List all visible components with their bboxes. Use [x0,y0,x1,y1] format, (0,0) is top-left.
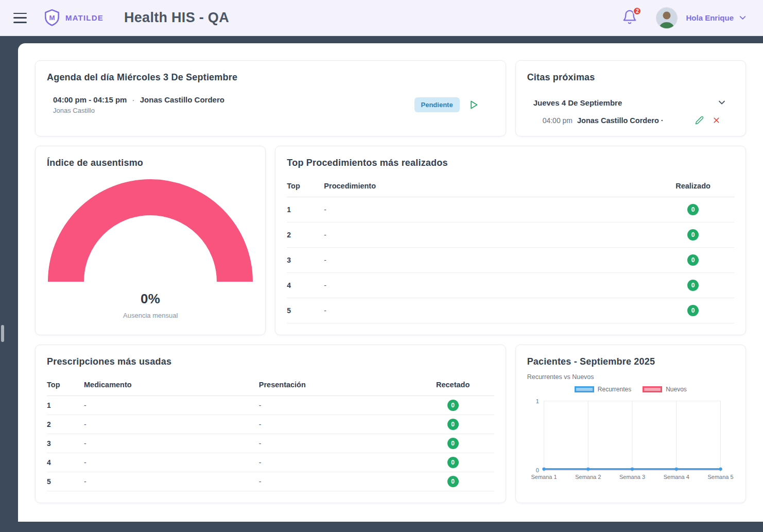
table-row: 4 - - 0 [47,453,494,472]
table-row: 5 - - 0 [47,472,494,491]
row-name: - [318,231,652,239]
page-title: Health HIS - QA [124,10,229,26]
brand-name: MATILDE [65,13,103,22]
row-name: - [318,306,652,315]
appointment-info: 04:00 pm - 04:15 pm · Jonas Castillo Cor… [53,95,224,114]
pacientes-chart: 1 0 Semana 1 Semana 2 Semana 3 Semana 4 … [527,396,734,481]
agenda-card: Agenda del día Miércoles 3 De Septiembre… [35,60,506,136]
start-appointment-icon[interactable] [468,99,479,110]
notifications-button[interactable]: 2 [622,9,639,27]
gauge-arc [66,197,235,282]
row-rank: 3 [287,256,318,264]
status-badge: Pendiente [414,97,460,112]
table-row: 2 - - 0 [47,415,494,434]
row-pres: - [253,420,412,428]
page-background: Agenda del día Miércoles 3 De Septiembre… [0,36,763,532]
legend-label-recurrentes: Recurrentes [598,386,631,393]
col-realizado: Realizado [652,182,734,190]
row-pres: - [253,439,412,448]
count-badge: 0 [687,254,699,266]
count-badge: 0 [687,305,699,316]
legend-swatch-nuevos [643,386,662,392]
user-greeting: Hola Enrique [686,13,734,22]
table-row: 1 - - 0 [47,396,494,415]
row-med: - [78,439,253,448]
row-name: - [318,205,652,214]
procedimientos-card: Top Procedimientos más realizados Top Pr… [275,146,746,335]
count-badge: 0 [687,280,699,291]
legend-item-nuevos[interactable]: Nuevos [643,386,687,393]
legend-item-recurrentes[interactable]: Recurrentes [575,386,631,393]
citas-day-label: Jueves 4 De Septiembre [533,98,622,107]
agenda-appointment-row[interactable]: 04:00 pm - 04:15 pm · Jonas Castillo Cor… [47,92,494,117]
legend-label-nuevos: Nuevos [666,386,687,393]
count-badge: 0 [687,204,699,215]
appointment-time: 04:00 pm - 04:15 pm [53,95,127,104]
row-rank: 4 [287,281,318,289]
user-menu[interactable]: Hola Enrique [686,13,748,23]
col-top: Top [287,182,318,190]
brand-logo[interactable]: M MATILDE [42,8,103,28]
row-rank: 1 [47,401,78,409]
avatar[interactable] [656,7,678,29]
count-badge: 0 [447,400,459,411]
absence-percentage: 0% [47,291,254,307]
table-row: 2 - 0 [287,222,734,248]
prescripciones-title: Prescripciones más usadas [47,356,494,367]
avatar-photo [656,8,677,28]
chart-gridlines [544,401,720,472]
table-header: Top Procedimiento Realizado [287,178,734,197]
table-header: Top Medicamento Presentación Recetado [47,376,494,396]
appointment-patient: Jonas Castillo Cordero [140,95,224,104]
table-row: 5 - 0 [287,298,734,323]
menu-button[interactable] [13,13,27,23]
user-menu-chevron-icon[interactable] [738,13,748,23]
col-presentacion: Presentación [253,381,412,389]
row-pres: - [253,401,412,409]
count-badge: 0 [687,229,699,241]
y-tick-bottom: 0 [536,467,539,473]
row-rank: 1 [287,205,318,214]
x-tick: Semana 1 [531,474,557,480]
cita-actions [695,116,734,125]
row-rank: 5 [47,477,78,486]
x-tick: Semana 3 [619,474,645,480]
table-row: 1 - 0 [287,197,734,222]
cancel-appointment-icon[interactable] [712,116,721,125]
table-row: 3 - - 0 [47,434,494,453]
dashboard-panel: Agenda del día Miércoles 3 De Septiembre… [18,43,763,522]
chart-legend: Recurrentes Nuevos [527,386,734,393]
row-med: - [78,401,253,409]
procedimientos-title: Top Procedimientos más realizados [287,158,734,168]
y-tick-top: 1 [536,398,539,404]
topbar-right: 2 Hola Enrique [622,7,748,29]
row-name: - [318,256,652,264]
count-badge: 0 [447,457,459,468]
row-med: - [78,477,253,486]
col-recetado: Recetado [412,381,494,389]
col-top: Top [47,381,78,389]
row-med: - [78,420,253,428]
citas-appointment-row[interactable]: 04:00 pm Jonas Castillo Cordero · [527,116,734,125]
svg-text:M: M [49,14,55,22]
absence-gauge [47,178,253,286]
citas-day-group[interactable]: Jueves 4 De Septiembre [527,92,734,116]
absence-caption: Ausencia mensual [47,312,254,319]
app-root: M MATILDE Health HIS - QA 2 Ho [0,0,763,532]
top-bar: M MATILDE Health HIS - QA 2 Ho [0,0,763,36]
cita-patient: Jonas Castillo Cordero · [577,116,664,125]
row-med: - [78,458,253,467]
dashboard-grid: Agenda del día Miércoles 3 De Septiembre… [35,60,746,503]
table-row: 3 - 0 [287,248,734,273]
count-badge: 0 [447,438,459,449]
collapse-chevron-icon[interactable] [717,97,727,108]
row-pres: - [253,458,412,467]
prescripciones-card: Prescripciones más usadas Top Medicament… [35,345,506,503]
ausentismo-card: Índice de ausentismo 0% Ausencia mensual [35,146,266,335]
x-tick: Semana 2 [575,474,601,480]
table-row: 4 - 0 [287,273,734,298]
scrollbar-thumb[interactable] [1,325,4,342]
legend-swatch-recurrentes [575,386,594,392]
edit-appointment-icon[interactable] [695,116,704,125]
pacientes-title: Pacientes - Septiembre 2025 [527,356,734,367]
